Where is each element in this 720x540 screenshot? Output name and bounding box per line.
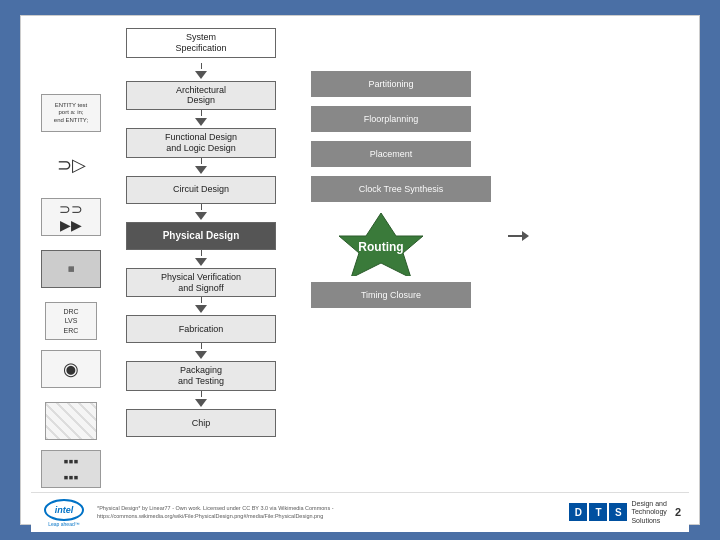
right-sub-column: Partitioning Floorplanning Placement Clo… — [291, 26, 689, 492]
routing-container: Routing — [311, 211, 511, 276]
diagram-area: ENTITY testport a: in;end ENTITY; ⊃▷ ⊃⊃▶… — [31, 26, 689, 492]
footer: intel Leap ahead™ *Physical Design* by L… — [31, 492, 689, 532]
svg-text:Routing: Routing — [358, 240, 403, 254]
physical-verification-box: Physical Verification and Signoff — [126, 268, 276, 298]
entity-icon: ENTITY testport a: in;end ENTITY; — [41, 94, 101, 132]
dts-label: Design andTechnologySolutions — [631, 500, 666, 525]
dts-t-box: T — [589, 503, 607, 521]
package-icon — [45, 402, 97, 440]
timing-closure-box: Timing Closure — [311, 282, 471, 308]
fabrication-box: Fabrication — [126, 315, 276, 343]
architectural-design-box: Architectural Design — [126, 81, 276, 111]
icons-column: ENTITY testport a: in;end ENTITY; ⊃▷ ⊃⊃▶… — [31, 26, 111, 492]
dts-s-box: S — [609, 503, 627, 521]
dts-d-box: D — [569, 503, 587, 521]
intel-oval: intel — [44, 499, 84, 521]
page-number: 2 — [675, 506, 681, 518]
physical-design-box: Physical Design — [126, 222, 276, 250]
center-flow-column: System Specification Architectural Desig… — [111, 26, 291, 492]
functional-design-box: Functional Design and Logic Design — [126, 128, 276, 158]
floorplanning-box: Floorplanning — [311, 106, 471, 132]
partitioning-box: Partitioning — [311, 71, 471, 97]
dts-logo: D T S — [569, 503, 627, 521]
chip-box: Chip — [126, 409, 276, 437]
gate-icon: ⊃▷ — [41, 146, 101, 184]
citation-text: *Physical Design* by Linear77 - Own work… — [97, 505, 457, 519]
system-spec-box: System Specification — [126, 28, 276, 58]
chip-icon: ▦ — [41, 250, 101, 288]
drc-icon: DRCLVSERC — [45, 302, 97, 340]
placement-box: Placement — [311, 141, 471, 167]
intel-logo: intel Leap ahead™ — [39, 499, 89, 527]
footer-left: intel Leap ahead™ *Physical Design* by L… — [39, 499, 457, 527]
final-chip-icon: ▪▪▪▪▪▪ — [41, 450, 101, 488]
footer-right: D T S Design andTechnologySolutions 2 — [569, 500, 681, 525]
circuit-design-box: Circuit Design — [126, 176, 276, 204]
packaging-box: Packaging and Testing — [126, 361, 276, 391]
intel-leap-label: Leap ahead™ — [48, 521, 79, 527]
circuit-icon: ⊃⊃▶▶ — [41, 198, 101, 236]
clock-tree-box: Clock Tree Synthesis — [311, 176, 491, 202]
slide: ENTITY testport a: in;end ENTITY; ⊃▷ ⊃⊃▶… — [20, 15, 700, 525]
routing-star-svg: Routing — [311, 211, 451, 276]
wafer-icon: ◉ — [41, 350, 101, 388]
